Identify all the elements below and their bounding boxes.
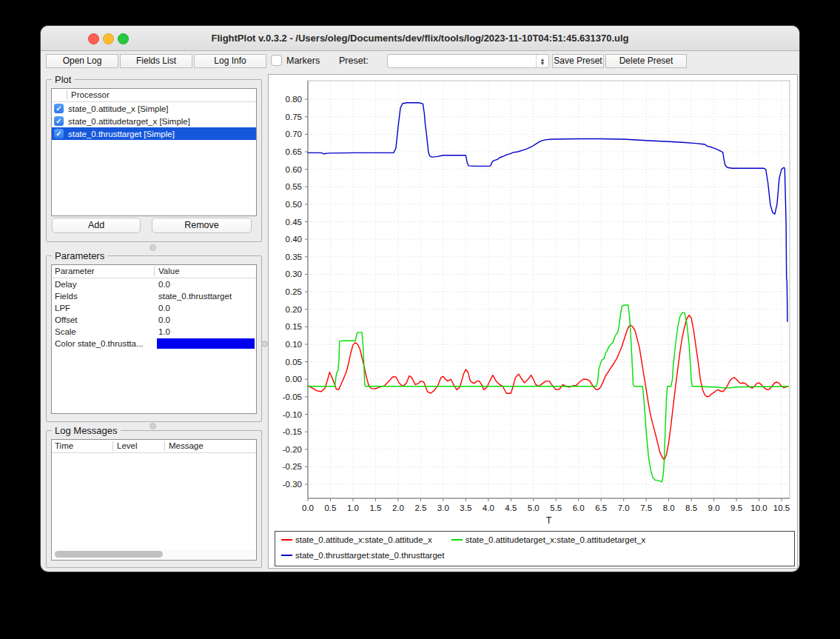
log-messages-group: Log Messages Time Level Message	[46, 430, 262, 568]
plot-list-row[interactable]: ✓state_0.thrusttarget [Simple]	[52, 127, 256, 140]
level-column-header: Level	[117, 440, 138, 452]
parameters-group-title: Parameters	[52, 250, 107, 261]
remove-button[interactable]: Remove	[152, 218, 252, 233]
legend-item: state_0.thrusttarget:state_0.thrusttarge…	[281, 551, 444, 560]
svg-text:0.40: 0.40	[286, 235, 302, 244]
svg-text:1.5: 1.5	[369, 503, 381, 512]
svg-text:8.5: 8.5	[685, 503, 697, 512]
parameter-value[interactable]: 0.0	[157, 314, 256, 326]
delete-preset-button[interactable]: Delete Preset	[605, 54, 687, 68]
row-checkbox-icon[interactable]: ✓	[54, 129, 64, 138]
svg-text:2.5: 2.5	[414, 503, 426, 512]
svg-text:0.0: 0.0	[302, 503, 314, 512]
save-preset-button[interactable]: Save Preset	[552, 54, 604, 68]
svg-text:1.0: 1.0	[347, 503, 359, 512]
parameter-row[interactable]: LPF0.0	[52, 302, 256, 314]
color-swatch[interactable]	[157, 338, 255, 349]
parameter-row[interactable]: Delay0.0	[52, 278, 256, 290]
preset-label: Preset:	[339, 54, 369, 68]
svg-text:0.20: 0.20	[286, 305, 302, 314]
svg-text:0.60: 0.60	[286, 165, 302, 174]
horizontal-scrollbar[interactable]	[53, 550, 255, 558]
parameter-row[interactable]: Scale1.0	[52, 326, 256, 338]
svg-text:8.0: 8.0	[663, 503, 675, 512]
open-log-button[interactable]: Open Log	[46, 54, 118, 68]
svg-text:-0.25: -0.25	[283, 462, 302, 471]
svg-text:-0.20: -0.20	[283, 445, 302, 454]
parameter-column-header: Parameter	[55, 265, 95, 278]
svg-text:0.15: 0.15	[286, 322, 302, 331]
splitter-handle[interactable]	[261, 341, 268, 347]
flight-plot-chart[interactable]: 0.800.750.700.650.600.550.500.450.400.35…	[269, 75, 797, 529]
log-messages-table[interactable]: Time Level Message	[51, 439, 257, 561]
row-label: state_0.attitudetarget_x [Simple]	[68, 117, 190, 126]
plot-group-title: Plot	[52, 74, 74, 85]
screenshot-stage: FlightPlot v.0.3.2 - /Users/oleg/Documen…	[0, 0, 840, 639]
header-divider	[112, 441, 113, 451]
row-checkbox-icon[interactable]: ✓	[54, 116, 64, 126]
svg-text:0.55: 0.55	[286, 182, 302, 191]
log-info-button[interactable]: Log Info	[194, 54, 266, 68]
parameter-row[interactable]: Fieldsstate_0.thrusttarget	[52, 290, 256, 302]
legend-item: state_0.attitudetarget_x:state_0.attitud…	[451, 535, 646, 544]
scrollbar-thumb[interactable]	[55, 551, 163, 558]
parameters-table[interactable]: Parameter Value Delay0.0Fieldsstate_0.th…	[51, 264, 257, 414]
legend-line-swatch	[281, 539, 292, 541]
processor-list[interactable]: Processor ✓state_0.attitude_x [Simple]✓s…	[51, 88, 257, 216]
svg-text:-0.10: -0.10	[283, 410, 302, 419]
splitter-handle[interactable]	[149, 423, 156, 429]
svg-text:0.10: 0.10	[286, 340, 302, 349]
legend-label: state_0.attitudetarget_x:state_0.attitud…	[466, 535, 646, 544]
header-divider	[67, 90, 67, 100]
row-label: state_0.attitude_x [Simple]	[68, 104, 169, 113]
parameter-name: Color state_0.thrustta...	[52, 338, 157, 349]
flightplot-window: FlightPlot v.0.3.2 - /Users/oleg/Documen…	[41, 26, 799, 572]
svg-text:3.0: 3.0	[437, 503, 449, 512]
parameters-table-header: Parameter Value	[52, 265, 256, 278]
legend-line-swatch	[451, 539, 463, 541]
svg-text:5.5: 5.5	[550, 503, 562, 512]
parameter-value[interactable]: 0.0	[157, 278, 256, 290]
svg-text:4.5: 4.5	[505, 503, 517, 512]
svg-text:0.00: 0.00	[286, 375, 302, 384]
svg-text:0.35: 0.35	[286, 252, 302, 261]
parameter-row[interactable]: Color state_0.thrustta...	[52, 338, 256, 349]
close-window-button[interactable]	[88, 33, 99, 44]
window-title: FlightPlot v.0.3.2 - /Users/oleg/Documen…	[137, 26, 703, 50]
vertical-splitter[interactable]	[261, 74, 268, 569]
fields-list-button[interactable]: Fields List	[120, 54, 192, 68]
legend-line-swatch	[281, 555, 292, 556]
parameter-value[interactable]: 0.0	[157, 302, 256, 314]
parameter-value[interactable]: 1.0	[157, 326, 256, 338]
message-column-header: Message	[169, 440, 204, 452]
row-checkbox-icon[interactable]: ✓	[54, 104, 64, 113]
svg-text:5.0: 5.0	[528, 503, 540, 512]
svg-text:2.0: 2.0	[392, 503, 404, 512]
time-column-header: Time	[55, 440, 73, 452]
svg-text:9.5: 9.5	[730, 503, 742, 512]
parameter-row[interactable]: Offset0.0	[52, 314, 256, 326]
header-divider	[164, 441, 165, 451]
parameter-value[interactable]: state_0.thrusttarget	[157, 290, 256, 302]
svg-text:10.0: 10.0	[750, 503, 767, 512]
plot-list-row[interactable]: ✓state_0.attitude_x [Simple]	[52, 102, 256, 115]
parameters-group: Parameters Parameter Value Delay0.0Field…	[46, 255, 262, 422]
splitter-handle[interactable]	[149, 244, 156, 251]
add-button[interactable]: Add	[52, 218, 141, 233]
markers-checkbox[interactable]	[271, 55, 282, 66]
minimize-window-button[interactable]	[103, 33, 114, 44]
svg-text:0.65: 0.65	[286, 147, 302, 156]
parameter-name: Offset	[52, 314, 157, 326]
chart-panel: 0.800.750.700.650.600.550.500.450.400.35…	[268, 74, 798, 569]
svg-text:0.45: 0.45	[286, 218, 302, 227]
svg-text:4.0: 4.0	[483, 503, 494, 512]
svg-text:T: T	[546, 515, 552, 526]
svg-text:0.25: 0.25	[286, 287, 302, 296]
svg-text:9.0: 9.0	[708, 503, 720, 512]
title-bar[interactable]: FlightPlot v.0.3.2 - /Users/oleg/Documen…	[41, 26, 799, 51]
preset-combobox[interactable]: ▲▼	[387, 54, 549, 68]
zoom-window-button[interactable]	[118, 33, 129, 44]
plot-list-row[interactable]: ✓state_0.attitudetarget_x [Simple]	[52, 115, 256, 127]
combo-stepper-icon[interactable]: ▲▼	[536, 55, 548, 67]
svg-text:0.5: 0.5	[324, 503, 336, 512]
